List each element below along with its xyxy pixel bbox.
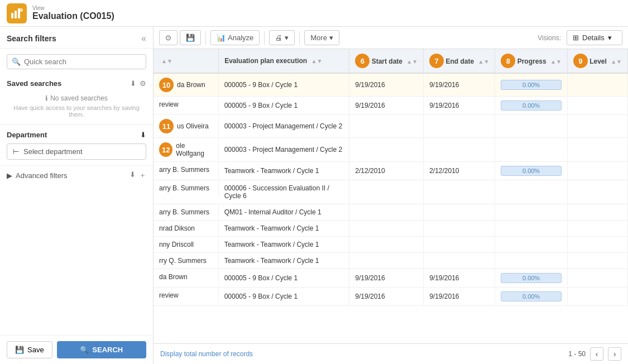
cell-progress — [495, 204, 568, 221]
cell-end-date: 9/19/2016 — [424, 97, 495, 115]
cell-progress — [495, 180, 568, 204]
adv-add-icon[interactable]: ＋ — [139, 170, 146, 180]
search-btn-label: SEARCH — [92, 346, 123, 354]
row-badge-11: 11 — [159, 119, 174, 133]
quick-search-input[interactable] — [24, 58, 141, 66]
cell-end-date — [424, 253, 495, 269]
table-row[interactable]: 11us Oliveira000003 - Project Management… — [154, 115, 628, 138]
download-icon[interactable]: ⬇ — [130, 79, 136, 88]
cell-progress — [495, 253, 568, 269]
no-saved-label: No saved searches — [50, 94, 108, 102]
sort-icon-end: ▲▼ — [478, 59, 490, 65]
more-button[interactable]: More ▾ — [304, 30, 339, 45]
next-page-button[interactable]: › — [608, 347, 621, 361]
print-button[interactable]: 🖨 ▾ — [269, 30, 295, 45]
advanced-filters-toggle[interactable]: ▶ Advanced filters — [7, 171, 68, 180]
settings-icon[interactable]: ⚙ — [140, 79, 146, 88]
svg-point-3 — [20, 8, 23, 11]
save-icon: 💾 — [15, 346, 24, 354]
print-icon: 🖨 — [275, 33, 282, 42]
cell-progress: 0.00% — [495, 269, 568, 288]
row-badge-12: 12 — [159, 142, 172, 157]
cell-progress — [495, 115, 568, 138]
cell-level — [567, 288, 627, 306]
cell-start-date — [349, 221, 424, 237]
cell-start-date — [349, 253, 424, 269]
visions-label: Visions: — [538, 34, 561, 42]
data-table-container[interactable]: ▲▼ Evaluation plan execution ▲▼ 6 Start … — [154, 49, 628, 343]
row-badge-10: 10 — [159, 78, 174, 92]
table-row[interactable]: 12ole Wolfgang000003 - Project Managemen… — [154, 138, 628, 162]
cell-level — [567, 97, 627, 115]
table-row[interactable]: nny DriscollTeamwork - Teamwork / Cycle … — [154, 237, 628, 253]
analyze-button[interactable]: 📊 Analyze — [210, 30, 260, 45]
progress-bar: 0.00% — [501, 273, 562, 283]
table-row[interactable]: rry Q. SummersTeamwork - Teamwork / Cycl… — [154, 253, 628, 269]
more-label: More — [310, 33, 327, 42]
save-button[interactable]: 💾 Save — [7, 341, 52, 358]
visions-select[interactable]: ⊞ Details ▾ — [567, 30, 622, 45]
department-title: Department — [7, 131, 47, 139]
cell-end-date — [424, 237, 495, 253]
col-progress: 8 Progress ▲▼ — [495, 49, 568, 73]
grid-icon: ⊞ — [573, 33, 579, 42]
quick-search-box[interactable]: 🔍 — [7, 54, 146, 69]
cell-name: nrad Dikson — [154, 221, 219, 236]
cell-start-date — [349, 138, 424, 162]
search-button[interactable]: 🔍 SEARCH — [57, 341, 146, 358]
cell-eval-plan: 000005 - 9 Box / Cycle 1 — [219, 288, 349, 306]
department-download-icon[interactable]: ⬇ — [140, 131, 146, 139]
table-row[interactable]: da Brown000005 - 9 Box / Cycle 19/19/201… — [154, 269, 628, 288]
department-header: Department ⬇ — [7, 131, 146, 139]
cell-start-date: 2/12/2010 — [349, 162, 424, 180]
display-total-link[interactable]: Display total number of records — [160, 350, 253, 358]
tree-icon: ⊢ — [13, 147, 19, 156]
table-row[interactable]: arry B. SummersTeamwork - Teamwork / Cyc… — [154, 162, 628, 180]
app-title: Evaluation (CO015) — [32, 11, 114, 21]
col-name: ▲▼ — [154, 49, 219, 73]
cell-end-date — [424, 138, 495, 162]
search-icon: 🔍 — [12, 58, 21, 66]
app-subtitle: View — [32, 5, 114, 11]
data-table: ▲▼ Evaluation plan execution ▲▼ 6 Start … — [154, 49, 628, 306]
badge-9: 9 — [573, 54, 588, 68]
progress-bar: 0.00% — [501, 166, 562, 176]
cell-name: arry B. Summers — [154, 162, 219, 178]
cell-eval-plan: 000003 - Project Management / Cycle 2 — [219, 115, 349, 138]
saved-searches-title: Saved searches — [7, 79, 61, 88]
table-row[interactable]: review000005 - 9 Box / Cycle 19/19/20169… — [154, 288, 628, 306]
sort-icon-eval: ▲▼ — [311, 58, 323, 64]
department-select-label: Select department — [23, 147, 140, 156]
prev-page-button[interactable]: ‹ — [590, 347, 603, 361]
sidebar: Search filters « 🔍 Saved searches ⬇ ⚙ ℹ … — [0, 27, 154, 364]
table-body: 10da Brown000005 - 9 Box / Cycle 19/19/2… — [154, 73, 628, 306]
table-row[interactable]: arry B. SummersQM01 - Internal Auditor /… — [154, 204, 628, 221]
table-row[interactable]: arry B. Summers000006 - Succession Evalu… — [154, 180, 628, 204]
table-row[interactable]: 10da Brown000005 - 9 Box / Cycle 19/19/2… — [154, 73, 628, 97]
cell-eval-plan: Teamwork - Teamwork / Cycle 1 — [219, 253, 349, 269]
table-row[interactable]: review000005 - 9 Box / Cycle 19/19/20169… — [154, 97, 628, 115]
cell-progress — [495, 221, 568, 237]
bar-chart-icon: 📊 — [217, 33, 226, 42]
adv-download-icon[interactable]: ⬇ — [130, 170, 136, 180]
cell-name: 10da Brown — [154, 74, 219, 96]
sort-icon-name: ▲▼ — [161, 58, 172, 64]
sort-icon-progress: ▲▼ — [550, 59, 562, 65]
badge-6: 6 — [355, 54, 370, 68]
sort-icon-start: ▲▼ — [406, 59, 418, 65]
toolbar: ⊙ 💾 📊 Analyze 🖨 ▾ More ▾ Visions: — [154, 27, 628, 49]
save-table-button[interactable]: 💾 — [180, 30, 201, 45]
cell-eval-plan: 000006 - Succession Evaluation II / Cycl… — [219, 180, 349, 204]
col-level: 9 Level ▲▼ — [567, 49, 627, 73]
cell-progress: 0.00% — [495, 288, 568, 306]
department-select[interactable]: ⊢ Select department — [7, 143, 146, 160]
table-header-row: ▲▼ Evaluation plan execution ▲▼ 6 Start … — [154, 49, 628, 73]
target-button[interactable]: ⊙ — [159, 30, 178, 45]
cell-level — [567, 204, 627, 221]
sort-icon-level: ▲▼ — [611, 59, 622, 65]
cell-name: 12ole Wolfgang — [154, 138, 219, 161]
table-row[interactable]: nrad DiksonTeamwork - Teamwork / Cycle 1 — [154, 221, 628, 237]
search-filters-title: Search filters — [7, 34, 56, 43]
collapse-button[interactable]: « — [141, 33, 146, 44]
cell-start-date: 9/19/2016 — [349, 269, 424, 288]
